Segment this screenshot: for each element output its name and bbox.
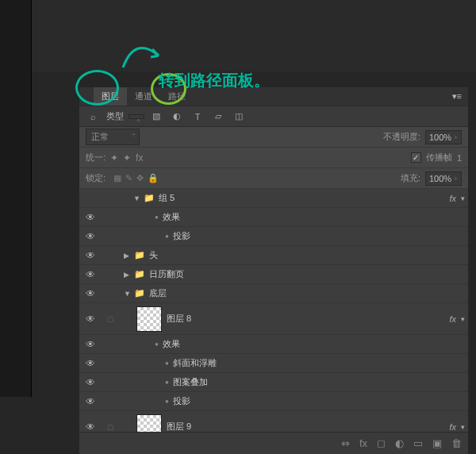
layers-panel: 图层 通道 路径 ▾≡ ⌕ 类型 ▧ ◐ T ▱ ◫ 正常 不透明度: 100%…	[79, 87, 468, 454]
chevron-right-icon[interactable]: ▶	[124, 252, 132, 260]
propagate-value: 1	[457, 153, 462, 163]
filter-adjust-icon[interactable]: ◐	[168, 109, 186, 125]
new-layer-icon[interactable]: ▣	[432, 437, 442, 449]
group-icon[interactable]: ▭	[413, 437, 423, 449]
unify-visibility-icon[interactable]: ✦	[123, 152, 131, 164]
layer-head-group[interactable]: 👁 ▶ 📁 头	[79, 246, 468, 265]
visibility-icon[interactable]: 👁	[86, 396, 95, 407]
layer-label: 组 5	[159, 192, 175, 204]
layer-label: 图层 8	[167, 313, 191, 325]
annotation-text: 转到路径面板。	[159, 70, 270, 91]
link-icon[interactable]: ⇔	[341, 437, 350, 449]
filter-text-icon[interactable]: T	[189, 109, 206, 125]
effect-dot-icon: ●	[165, 360, 169, 367]
folder-icon: 📁	[134, 250, 145, 260]
visibility-icon[interactable]: 👁	[86, 339, 95, 350]
workspace-bg	[32, 0, 476, 71]
layer-label: 底层	[149, 287, 167, 299]
layer-label: 图层 9	[167, 421, 191, 433]
layer-label: 投影	[173, 230, 190, 242]
effect-dot-icon: ●	[165, 233, 169, 240]
layer-label: 投影	[173, 395, 190, 407]
filter-type-select[interactable]	[129, 114, 144, 119]
layer-dropshadow[interactable]: 👁 ● 投影	[79, 227, 468, 246]
visibility-icon[interactable]: 👁	[86, 231, 95, 242]
folder-icon: 📁	[134, 269, 145, 279]
effect-dot-icon: ●	[155, 214, 159, 221]
search-icon[interactable]: ⌕	[84, 109, 102, 125]
filter-shape-icon[interactable]: ▱	[209, 109, 227, 125]
fx-badge[interactable]: fx	[449, 194, 456, 203]
layer-label: 效果	[163, 211, 180, 223]
unify-style-icon[interactable]: fx	[136, 152, 143, 164]
layer-label: 效果	[163, 338, 180, 350]
chevron-down-icon[interactable]: ▼	[133, 194, 141, 202]
visibility-icon[interactable]: 👁	[86, 358, 95, 369]
effect-dot-icon: ●	[165, 398, 169, 405]
fx-icon[interactable]: fx	[359, 437, 367, 449]
lock-position-icon[interactable]: ✥	[136, 173, 144, 183]
propagate-label: 传播帧	[426, 152, 452, 164]
lock-row: 锁定: ▦ ✎ ✥ 🔒 填充: 100%	[79, 168, 468, 189]
panel-tabs: 图层 通道 路径 ▾≡	[79, 87, 468, 106]
layer-label: 斜面和浮雕	[173, 357, 217, 369]
unify-position-icon[interactable]: ✦	[110, 152, 118, 164]
folder-icon: 📁	[144, 193, 155, 203]
visibility-icon[interactable]: 👁	[86, 377, 95, 388]
unify-label: 统一:	[86, 152, 106, 164]
layer-8[interactable]: 👁▢ 图层 8 fx▾	[79, 303, 468, 335]
visibility-icon[interactable]: 👁	[86, 421, 95, 433]
lock-pixels-icon[interactable]: ✎	[125, 173, 132, 183]
fx-badge[interactable]: fx	[449, 314, 456, 324]
delete-icon[interactable]: 🗑	[451, 437, 462, 449]
chevron-right-icon[interactable]: ▶	[124, 271, 132, 279]
filter-smart-icon[interactable]: ◫	[230, 109, 248, 125]
effect-dot-icon: ●	[155, 340, 159, 348]
mask-icon[interactable]: ◻	[377, 437, 386, 449]
opacity-label: 不透明度:	[383, 131, 420, 143]
panel-bottom-bar: ⇔ fx ◻ ◐ ▭ ▣ 🗑	[79, 432, 468, 454]
visibility-icon[interactable]: 👁	[86, 288, 95, 299]
visibility-icon[interactable]: 👁	[86, 269, 95, 280]
visibility-icon[interactable]: 👁	[86, 250, 95, 261]
lock-label: 锁定:	[86, 172, 106, 184]
chevron-down-icon[interactable]: ▼	[124, 290, 132, 298]
propagate-checkbox[interactable]: ✓	[411, 152, 421, 163]
layer-8-bevel[interactable]: 👁 ● 斜面和浮雕	[79, 354, 468, 373]
panel-menu-icon[interactable]: ▾≡	[446, 91, 468, 102]
layer-label: 图案叠加	[173, 376, 208, 388]
layer-effects[interactable]: 👁 ● 效果	[79, 208, 468, 227]
layer-label: 日历翻页	[149, 268, 184, 280]
layer-calendar-group[interactable]: 👁 ▶ 📁 日历翻页	[79, 265, 468, 284]
layer-8-effects[interactable]: 👁 ● 效果	[79, 335, 468, 354]
layer-8-pattern[interactable]: 👁 ● 图案叠加	[79, 373, 468, 392]
lock-all-icon[interactable]: 🔒	[148, 173, 159, 183]
layer-label: 头	[149, 249, 158, 261]
fill-value[interactable]: 100%	[425, 171, 462, 186]
blend-row: 正常 不透明度: 100%	[79, 127, 468, 148]
layer-thumbnail[interactable]	[136, 306, 162, 332]
folder-icon: 📁	[134, 288, 145, 298]
layers-tree: ▼ 📁 组 5 fx▾ 👁 ● 效果 👁 ● 投影 👁 ▶ 📁 头 👁 ▶ 📁 …	[79, 189, 468, 452]
annotation-circle-layers	[75, 70, 119, 106]
visibility-icon[interactable]: 👁	[86, 212, 95, 223]
layer-base-group[interactable]: 👁 ▼ 📁 底层	[79, 284, 468, 303]
blend-mode-select[interactable]: 正常	[86, 129, 140, 145]
effect-dot-icon: ●	[165, 379, 169, 386]
canvas-area	[0, 0, 32, 397]
layer-8-shadow[interactable]: 👁 ● 投影	[79, 392, 468, 411]
adjustment-icon[interactable]: ◐	[395, 437, 404, 449]
visibility-icon[interactable]: 👁	[86, 314, 95, 325]
layer-group5[interactable]: ▼ 📁 组 5 fx▾	[79, 189, 468, 208]
fill-label: 填充:	[401, 172, 420, 184]
fx-badge[interactable]: fx	[449, 422, 456, 432]
filter-type-label: 类型	[106, 110, 124, 122]
unify-row: 统一: ✦ ✦ fx ✓ 传播帧 1	[79, 148, 468, 168]
lock-transparent-icon[interactable]: ▦	[113, 173, 121, 183]
filter-pixel-icon[interactable]: ▧	[148, 109, 165, 125]
filter-toolbar: ⌕ 类型 ▧ ◐ T ▱ ◫	[79, 106, 468, 127]
annotation-arrow	[115, 32, 171, 75]
opacity-value[interactable]: 100%	[425, 130, 462, 144]
